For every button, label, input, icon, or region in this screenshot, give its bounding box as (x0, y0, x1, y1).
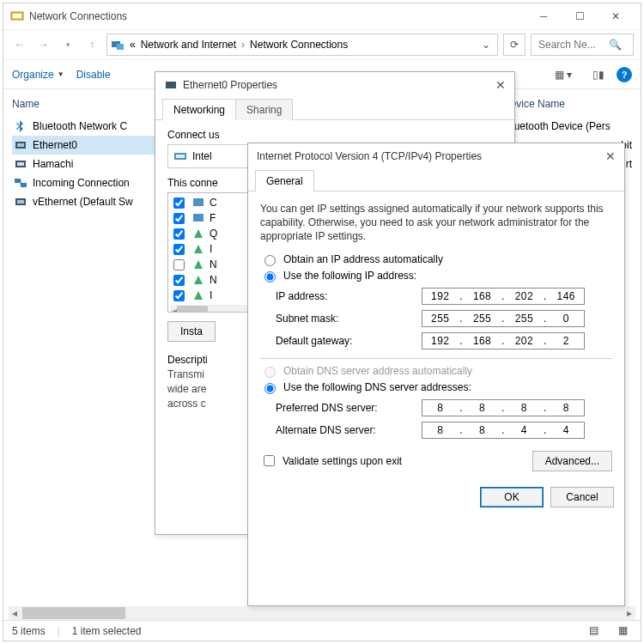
item-checkbox[interactable] (173, 228, 185, 240)
radio-use-following-ip[interactable]: Use the following IP address: (260, 269, 612, 283)
ip-address-input[interactable]: 192.168.202.146 (422, 288, 585, 305)
breadcrumb[interactable]: « Network and Internet › Network Connect… (106, 33, 498, 56)
item-checkbox[interactable] (173, 213, 185, 224)
subnet-row: Subnet mask: 255.255.255.0 (276, 310, 612, 327)
item-checkbox[interactable] (173, 290, 185, 301)
organize-button[interactable]: Organize ▼ (12, 69, 64, 81)
svg-rect-3 (117, 44, 124, 50)
radio-obtain-ip-auto[interactable]: Obtain an IP address automatically (260, 252, 612, 266)
tab-strip: Networking Sharing (155, 98, 514, 120)
back-button[interactable]: ← (10, 35, 29, 54)
list-item-label: Incoming Connection (33, 177, 130, 189)
scrollbar-thumb[interactable] (22, 607, 125, 619)
close-icon[interactable]: ✕ (605, 149, 616, 163)
gateway-label: Default gateway: (276, 335, 422, 347)
svg-rect-16 (193, 214, 204, 222)
dialog-buttons: OK Cancel (248, 482, 624, 516)
svg-rect-9 (21, 183, 27, 187)
tab-general[interactable]: General (255, 170, 314, 191)
radio-input[interactable] (264, 383, 276, 394)
details-view-icon[interactable]: ▤ (589, 624, 603, 638)
status-bar: 5 items | 1 item selected ▤ ▦ (3, 620, 641, 641)
ethernet-icon (14, 138, 27, 152)
refresh-button[interactable]: ⟳ (503, 33, 526, 56)
install-button[interactable]: Insta (167, 321, 216, 342)
radio-use-following-dns[interactable]: Use the following DNS server addresses: (260, 380, 612, 394)
protocol-icon (191, 273, 205, 287)
breadcrumb-dropdown[interactable]: ⌄ (482, 39, 490, 51)
search-box[interactable]: 🔍 (531, 33, 634, 56)
breadcrumb-seg-2[interactable]: Network Connections (250, 39, 348, 51)
dialog-titlebar: Ethernet0 Properties ✕ (155, 72, 514, 98)
client-icon (191, 196, 205, 210)
status-selected: 1 item selected (72, 625, 142, 637)
svg-rect-8 (15, 179, 21, 183)
svg-rect-11 (17, 200, 24, 204)
view-options-icon[interactable]: ▦ ▾ (555, 69, 572, 81)
checkbox-input[interactable] (264, 455, 275, 466)
alternate-dns-input[interactable]: 8.8.4.4 (422, 422, 585, 439)
ip-address-row: IP address: 192.168.202.146 (276, 288, 612, 305)
breadcrumb-sep: › (241, 39, 245, 51)
radio-obtain-dns-auto: Obtain DNS server address automatically (260, 364, 612, 378)
gateway-row: Default gateway: 192.168.202.2 (276, 332, 612, 349)
item-checkbox[interactable] (173, 275, 185, 286)
gateway-input[interactable]: 192.168.202.2 (422, 332, 585, 349)
incoming-icon (14, 176, 27, 190)
item-checkbox[interactable] (173, 259, 185, 270)
protocol-icon (191, 289, 205, 302)
history-dropdown[interactable]: ▾ (58, 35, 77, 54)
minimize-button[interactable]: ─ (526, 4, 562, 28)
large-icons-view-icon[interactable]: ▦ (618, 624, 632, 638)
validate-checkbox[interactable]: Validate settings upon exit (260, 453, 402, 469)
tab-strip: General (248, 169, 624, 191)
item-checkbox[interactable] (173, 244, 185, 255)
tab-sharing[interactable]: Sharing (235, 99, 293, 120)
hamachi-icon (14, 157, 27, 171)
close-icon[interactable]: ✕ (495, 78, 506, 92)
disable-button[interactable]: Disable (76, 69, 111, 81)
breadcrumb-seg-1[interactable]: Network and Internet (141, 39, 236, 51)
breadcrumb-icon (111, 38, 125, 52)
adapter-name: Intel (192, 150, 212, 162)
close-button[interactable]: ✕ (598, 4, 634, 28)
radio-input[interactable] (264, 255, 276, 266)
svg-rect-5 (17, 143, 24, 147)
item-checkbox[interactable] (173, 197, 185, 209)
cancel-button[interactable]: Cancel (550, 487, 614, 507)
tab-networking[interactable]: Networking (162, 99, 236, 120)
up-button[interactable]: ↑ (82, 35, 101, 54)
nic-icon (173, 149, 187, 163)
status-count: 5 items (12, 625, 46, 637)
list-item-label: Ethernet0 (33, 139, 77, 151)
svg-rect-12 (166, 82, 176, 88)
list-item-label: Bluetooth Network C (33, 120, 127, 132)
column-device[interactable]: Device Name (503, 94, 632, 115)
vethernet-icon (14, 195, 27, 209)
preview-pane-icon[interactable]: ▯▮ (592, 69, 605, 81)
forward-button[interactable]: → (34, 35, 53, 54)
protocol-icon (191, 227, 205, 240)
horizontal-scrollbar[interactable]: ◂ ▸ (9, 606, 635, 620)
address-bar: ← → ▾ ↑ « Network and Internet › Network… (3, 29, 641, 60)
svg-rect-14 (176, 155, 185, 158)
dialog-titlebar: Internet Protocol Version 4 (TCP/IPv4) P… (248, 143, 624, 169)
ip-address-label: IP address: (276, 290, 422, 302)
svg-rect-1 (13, 14, 21, 18)
preferred-dns-input[interactable]: 8.8.8.8 (422, 399, 585, 416)
alternate-dns-label: Alternate DNS server: (276, 424, 422, 436)
window-title: Network Connections (29, 10, 526, 22)
ok-button[interactable]: OK (480, 487, 544, 507)
search-input[interactable] (537, 38, 605, 52)
maximize-button[interactable]: ☐ (562, 4, 598, 28)
dialog-title: Internet Protocol Version 4 (TCP/IPv4) P… (257, 150, 482, 162)
service-icon (191, 211, 205, 225)
subnet-input[interactable]: 255.255.255.0 (422, 310, 585, 327)
protocol-icon (191, 258, 205, 271)
titlebar: Network Connections ─ ☐ ✕ (3, 3, 641, 29)
list-item-label: Hamachi (33, 158, 73, 170)
help-icon[interactable]: ? (617, 67, 632, 82)
radio-input[interactable] (264, 271, 276, 283)
svg-rect-15 (193, 198, 204, 206)
advanced-button[interactable]: Advanced... (532, 451, 612, 471)
